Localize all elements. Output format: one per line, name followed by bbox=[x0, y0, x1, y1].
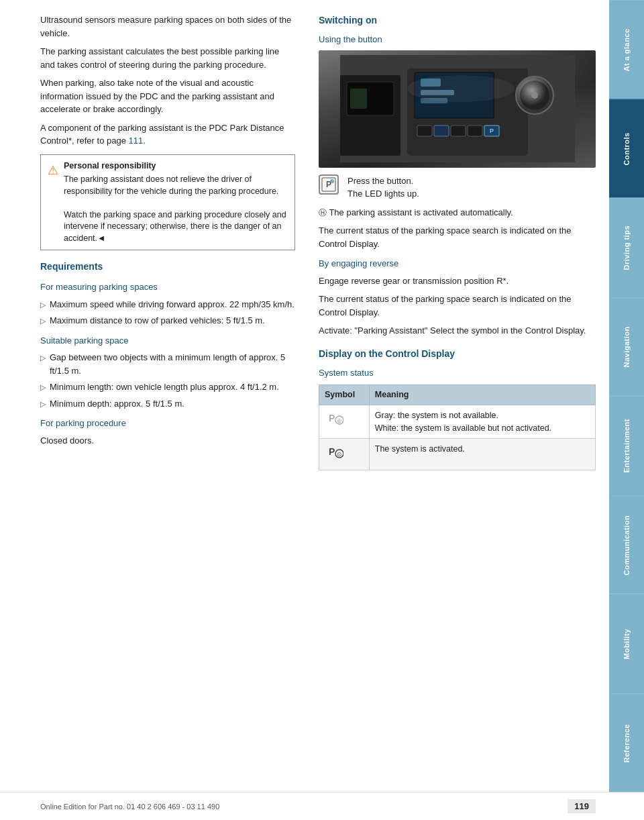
sidebar-tab-controls[interactable]: Controls bbox=[609, 99, 644, 199]
measuring-heading: For measuring parking spaces bbox=[40, 280, 295, 294]
car-image: P bbox=[319, 50, 596, 168]
bullet-arrow-icon: ▷ bbox=[40, 382, 46, 393]
warning-title: Personal responsibility bbox=[64, 160, 288, 172]
measuring-item-1: ▷ Maximum speed while driving forward ap… bbox=[40, 298, 295, 311]
warning-body-2: Watch the parking space and parking proc… bbox=[64, 209, 288, 245]
left-column: Ultrasound sensors measure parking space… bbox=[0, 0, 309, 792]
intro-para-3: When parking, also take note of the visu… bbox=[40, 76, 295, 116]
press-info: P Press the button. The LED lights up. bbox=[319, 174, 596, 201]
table-header-meaning: Meaning bbox=[369, 385, 595, 405]
warning-text: Personal responsibility The parking assi… bbox=[64, 160, 288, 245]
warning-body-1: The parking assistant does not relieve t… bbox=[64, 174, 288, 197]
main-content: Ultrasound sensors measure parking space… bbox=[0, 0, 609, 792]
parking-symbol-white: P ⊙ bbox=[325, 443, 343, 462]
table-header-symbol: Symbol bbox=[319, 385, 370, 405]
svg-rect-10 bbox=[468, 125, 482, 136]
suitable-item-3: ▷ Minimum depth: approx. 5 ft/1.5 m. bbox=[40, 397, 295, 411]
system-status-heading: System status bbox=[319, 366, 596, 380]
page-number: 119 bbox=[568, 799, 596, 813]
intro-para-1: Ultrasound sensors measure parking space… bbox=[40, 13, 295, 40]
svg-point-22 bbox=[330, 179, 334, 183]
warning-box: ⚠ Personal responsibility The parking as… bbox=[40, 154, 295, 251]
svg-text:P: P bbox=[489, 127, 493, 134]
status-table: Symbol Meaning P ⊕ Gray: the system is n… bbox=[319, 385, 596, 470]
parking-button-icon: P bbox=[319, 174, 339, 195]
table-cell-meaning-2: The system is activated. bbox=[369, 439, 595, 470]
svg-point-19 bbox=[407, 75, 515, 102]
activate-text: Activate: "Parking Assistant" Select the… bbox=[319, 324, 596, 338]
measuring-item-1-text: Maximum speed while driving forward appr… bbox=[50, 298, 294, 311]
sidebar-tab-mobility[interactable]: Mobility bbox=[609, 594, 644, 693]
intro-para-4: A component of the parking assistant is … bbox=[40, 121, 295, 148]
meaning-line-1: Gray: the system is not available. bbox=[375, 409, 590, 422]
sidebar-tab-reference[interactable]: Reference bbox=[609, 693, 644, 792]
table-row: P ⊙ The system is activated. bbox=[319, 439, 596, 470]
car-interior-svg: P bbox=[340, 55, 575, 162]
parking-p-icon: P bbox=[321, 177, 336, 192]
using-button-heading: Using the button bbox=[319, 33, 596, 46]
svg-rect-18 bbox=[350, 89, 367, 109]
press-led-text: Press the button. The LED lights up. bbox=[347, 174, 419, 201]
press-text: Press the button. bbox=[347, 174, 419, 188]
warning-icon: ⚠ bbox=[48, 162, 58, 180]
svg-rect-9 bbox=[451, 125, 466, 136]
page-link[interactable]: 111 bbox=[129, 136, 144, 146]
suitable-item-2: ▷ Minimum length: own vehicle length plu… bbox=[40, 380, 295, 394]
bullet-arrow-icon: ▷ bbox=[40, 352, 46, 364]
parking-procedure-heading: For parking procedure bbox=[40, 417, 295, 430]
suitable-item-2-text: Minimum length: own vehicle length plus … bbox=[50, 380, 279, 394]
switching-on-heading: Switching on bbox=[319, 13, 596, 28]
requirements-heading: Requirements bbox=[40, 260, 295, 274]
footer: Online Edition for Part no. 01 40 2 606 … bbox=[0, 792, 609, 820]
engaging-reverse-heading: By engaging reverse bbox=[319, 257, 596, 270]
display-heading: Display on the Control Display bbox=[319, 347, 596, 361]
sidebar-tab-entertainment[interactable]: Entertainment bbox=[609, 396, 644, 495]
led-text: The LED lights up. bbox=[347, 187, 419, 201]
svg-point-15 bbox=[531, 92, 538, 99]
meaning-line-3: The system is activated. bbox=[375, 443, 590, 456]
svg-text:⊙: ⊙ bbox=[337, 451, 342, 458]
svg-text:P: P bbox=[329, 446, 335, 457]
svg-text:⊕: ⊕ bbox=[337, 417, 342, 424]
right-column: Switching on Using the button bbox=[309, 0, 609, 792]
engage-status-text: The current status of the parking space … bbox=[319, 293, 596, 319]
sidebar-tab-navigation[interactable]: Navigation bbox=[609, 297, 644, 397]
engage-text: Engage reverse gear or transmission posi… bbox=[319, 274, 596, 288]
bullet-arrow-icon: ▷ bbox=[40, 299, 46, 311]
car-image-inner: P bbox=[319, 50, 596, 168]
auto-activate-text: Ⓗ The parking assistant is activated aut… bbox=[319, 206, 596, 219]
footer-text: Online Edition for Part no. 01 40 2 606 … bbox=[40, 803, 219, 811]
suitable-item-3-text: Minimum depth: approx. 5 ft/1.5 m. bbox=[50, 397, 184, 411]
suitable-heading: Suitable parking space bbox=[40, 334, 295, 348]
svg-rect-8 bbox=[434, 125, 449, 136]
sidebar: At a glance Controls Driving tips Naviga… bbox=[609, 0, 644, 792]
table-cell-meaning-1: Gray: the system is not available. White… bbox=[369, 405, 595, 439]
bullet-arrow-icon: ▷ bbox=[40, 399, 46, 410]
parking-procedure-text: Closed doors. bbox=[40, 434, 295, 448]
sidebar-tab-at-a-glance[interactable]: At a glance bbox=[609, 0, 644, 99]
suitable-item-1: ▷ Gap between two objects with a minimum… bbox=[40, 351, 295, 377]
sidebar-tab-driving-tips[interactable]: Driving tips bbox=[609, 198, 644, 297]
meaning-line-2: White: the system is available but not a… bbox=[375, 422, 590, 435]
measuring-item-2-text: Maximum distance to row of parked vehicl… bbox=[50, 314, 265, 327]
svg-rect-7 bbox=[417, 125, 432, 136]
parking-symbol-gray: P ⊕ bbox=[325, 409, 343, 428]
table-cell-symbol-2: P ⊙ bbox=[319, 439, 370, 470]
table-cell-symbol-1: P ⊕ bbox=[319, 405, 370, 439]
table-row: P ⊕ Gray: the system is not available. W… bbox=[319, 405, 596, 439]
status-text-1: The current status of the parking space … bbox=[319, 224, 596, 250]
sidebar-tab-communication[interactable]: Communication bbox=[609, 495, 644, 595]
suitable-item-1-text: Gap between two objects with a minimum l… bbox=[50, 351, 295, 377]
svg-text:P: P bbox=[329, 413, 335, 423]
bullet-arrow-icon: ▷ bbox=[40, 315, 46, 327]
measuring-item-2: ▷ Maximum distance to row of parked vehi… bbox=[40, 314, 295, 327]
intro-para-2: The parking assistant calculates the bes… bbox=[40, 45, 295, 71]
